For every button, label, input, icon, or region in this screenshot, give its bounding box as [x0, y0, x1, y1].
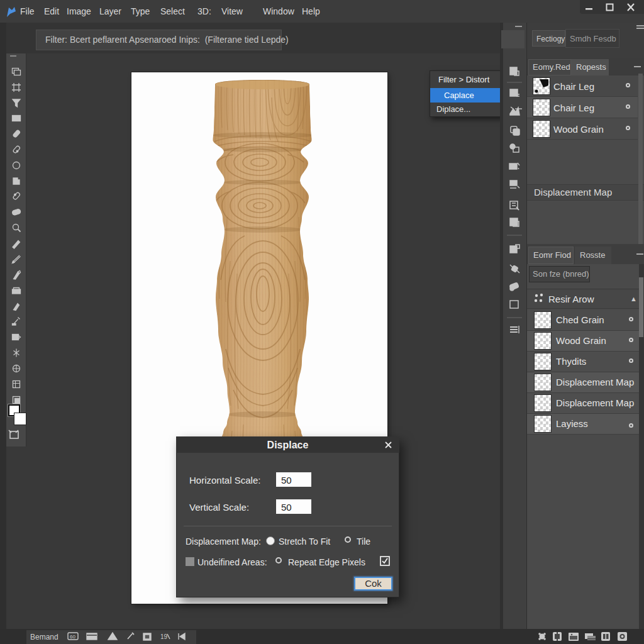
- svg-text:19: 19: [160, 633, 168, 640]
- svg-text:60: 60: [70, 634, 75, 640]
